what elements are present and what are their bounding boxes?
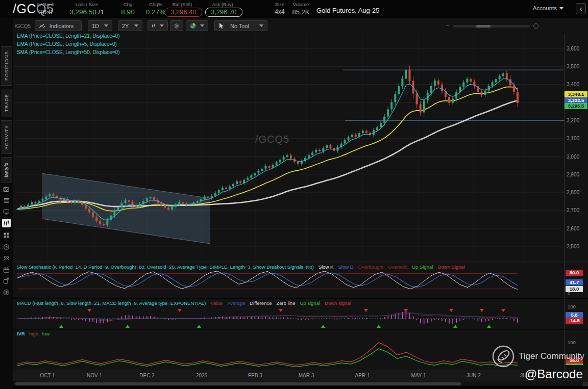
scrollbar-corner [583,382,587,386]
sidebar-grid-icon[interactable] [2,231,11,240]
iv-rank-label: IV Rank [32,2,60,7]
sidebar-tab-label: TRADE [4,94,9,112]
zoom-out-glyph[interactable]: − [446,22,449,29]
sidebar-history-clock-icon[interactable] [2,243,11,251]
panel-divider[interactable] [13,261,588,262]
timeframe-dropdown[interactable]: 1D [88,20,112,31]
handle-watermark: @Barcode [525,367,583,381]
sidebar-tab-label: POSITIONS [4,51,9,81]
indicator-label-1[interactable]: EMA (Price=CLOSE, Length=5, Displace=0) [17,41,117,47]
chart-settings-button[interactable] [170,20,183,31]
time-tick: JUN 2 [467,373,481,378]
sidebar-chart-icon[interactable] [2,219,11,227]
size-suffix: /1 [99,8,104,16]
scrollbar-thumb[interactable] [15,382,461,385]
ivr-legend-item: low [42,331,50,336]
timeframe-value: 1D [92,23,99,29]
price-tick: 3,400 [567,82,588,87]
ask-label: Ask (Buy) [205,2,240,7]
stochastic-legend-item: Up Signal [412,264,433,270]
sidebar-tab-activity[interactable]: ACTIVITY [1,120,12,154]
time-tick: DEC 2 [139,373,154,378]
sidebar-snapshot-icon[interactable] [2,185,11,194]
tiger-logo-icon [492,345,515,368]
ivr-legend-item: high [29,331,38,336]
sidebar-popout-icon[interactable] [2,277,11,286]
time-tick: MAY 1 [411,373,426,378]
ivr-legend-item[interactable]: IVR [17,331,25,336]
horizontal-scrollbar[interactable] [13,381,588,386]
chg-label: Chg [116,2,139,7]
bid-field: Bid (Sell) 3,296.40 [165,2,200,17]
price-tick: 3,000 [567,154,588,160]
stochastic-legend-item: Slow K [318,264,334,270]
layout-dropdown[interactable] [186,20,208,31]
layout-palette-icon [190,22,196,29]
price-tag: 3,296.5 [565,103,587,109]
sidebar-tab-positions[interactable]: POSITIONS [1,46,12,86]
stochastic-header: Slow Stochastic (K Period=14, D Period=9… [17,264,465,270]
price-tick: 2,900 [567,172,588,177]
time-tick: NOV 1 [87,373,102,378]
stoch-tag: 41.7 [566,279,583,286]
snapshot-icon [3,186,10,193]
sidebar-community-icon[interactable] [2,254,11,263]
stochastic-title[interactable]: Slow Stochastic (K Period=14, D Period=9… [17,264,314,270]
sidebar-list-icon[interactable] [2,196,11,205]
last-size-field: Last / Size 3,296.50 /1 [61,2,112,16]
stochastic-legend-item: Down Signal [437,264,464,270]
time-tick: APR 1 [355,373,370,378]
zoom-reset-icon[interactable] [533,23,538,29]
time-tick: FEB 3 [248,373,262,378]
price-tick: 3,100 [567,136,588,141]
bid-label: Bid (Sell) [165,2,200,7]
chevron-down-icon [104,24,108,27]
panel-divider[interactable] [13,298,588,299]
indicator-label-2[interactable]: SMA (Price=CLOSE, Length=50, Displace=0) [17,49,120,55]
range-value: 2Y [122,23,129,29]
contract-description: Gold Futures, Aug-25 [316,7,380,14]
chevron-down-icon [559,7,564,10]
ask-button[interactable]: 3,296.70 [205,8,242,17]
chevron-down-icon [259,24,263,27]
sidebar-help-icon[interactable]: ? [2,288,11,297]
sidebar-tab-trade[interactable]: TRADE [1,89,12,117]
range-dropdown[interactable]: 2Y [118,20,142,31]
chart-canvas[interactable] [0,0,588,389]
svg-text:?: ? [5,290,7,295]
left-sidebar: POSITIONSTRADEACTIVITYtastyfx? [0,18,13,389]
community-icon [3,255,10,262]
volume-field: Volume 85.2K [289,2,312,16]
popout-icon [3,278,10,284]
collapse-panel-button[interactable]: ‹ [576,3,586,14]
indicator-label-0[interactable]: EMA (Price=CLOSE, Length=21, Displace=0) [17,33,120,39]
trading-app: /GCQ5 IV Rank 26.0 Last / Size 3,296.50 … [0,0,588,389]
grid-icon [3,232,10,239]
candlestick-icon [152,22,156,29]
stochastic-legend-item: Slow D [338,264,353,270]
bid-button[interactable]: 3,296.40 [165,8,202,17]
accounts-dropdown[interactable]: Accounts [533,5,564,11]
macd-title[interactable]: MACD (Fast length=8, Slow length=21, MAC… [17,300,206,306]
zoom-slider-thumb[interactable] [476,25,491,28]
panel-divider[interactable] [13,329,588,330]
time-tick: MAR 3 [299,373,314,378]
chevron-down-icon [160,24,164,27]
macd-axis-label: 100 [568,304,576,309]
indicators-label: Indicators [50,23,74,29]
sidebar-tab-tastyfx[interactable]: tastyfx [1,157,12,183]
iv-rank-value: 26.0 [32,8,60,16]
chart-zoom-slider[interactable] [453,25,530,28]
sidebar-calendar-icon[interactable] [2,266,11,274]
sidebar-monitor-icon[interactable] [2,208,11,216]
tool-label: No Tool [230,23,249,29]
iv-rank-field: IV Rank 26.0 [32,2,60,16]
last-size-label: Last / Size [61,2,112,7]
indicators-icon [39,22,45,29]
chart-icon [3,220,10,226]
chart-type-dropdown[interactable] [148,20,168,31]
macd-legend-item: Up signal [300,300,320,306]
tool-dropdown[interactable]: No Tool [214,20,267,31]
volume-value: 85.2K [289,8,312,16]
indicators-button[interactable]: Indicators [35,20,82,31]
